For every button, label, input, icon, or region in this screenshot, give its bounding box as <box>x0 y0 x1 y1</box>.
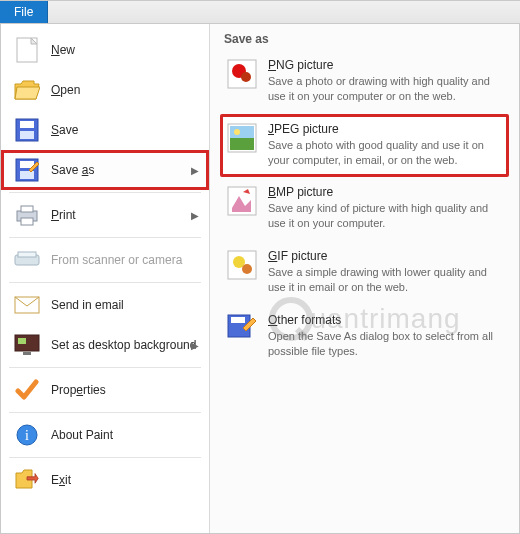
svg-rect-31 <box>231 317 245 323</box>
email-icon <box>13 291 41 319</box>
file-tab[interactable]: File <box>0 1 48 23</box>
menu-item-save[interactable]: Save <box>1 110 209 150</box>
svg-rect-9 <box>21 206 33 212</box>
checkmark-icon <box>13 376 41 404</box>
saveas-heading: Save as <box>220 32 509 46</box>
saveas-icon <box>13 156 41 184</box>
saveas-option-jpeg[interactable]: JPEG picture Save a photo with good qual… <box>220 114 509 178</box>
svg-rect-3 <box>20 121 34 128</box>
other-title: Other formats <box>268 313 503 327</box>
svg-point-25 <box>234 129 240 135</box>
menu-label-scanner: From scanner or camera <box>51 253 182 267</box>
desktop-bg-icon <box>13 331 41 359</box>
gif-picture-icon <box>226 249 258 281</box>
menu-label-about: About Paint <box>51 428 113 442</box>
chevron-right-icon: ▶ <box>191 210 199 221</box>
menu-item-saveas[interactable]: Save as ▶ <box>1 150 209 190</box>
png-title: PNG picture <box>268 58 503 72</box>
chevron-right-icon: ▶ <box>191 165 199 176</box>
bmp-picture-icon <box>226 185 258 217</box>
menu-separator <box>9 192 201 193</box>
svg-rect-16 <box>23 352 31 355</box>
menu-label-properties: Properties <box>51 383 106 397</box>
saveas-option-gif[interactable]: GIF picture Save a simple drawing with l… <box>220 241 509 305</box>
chevron-right-icon: ▶ <box>191 340 199 351</box>
svg-rect-7 <box>20 171 34 179</box>
menu-label-desktopbg: Set as desktop background <box>51 338 196 352</box>
svg-point-21 <box>241 72 251 82</box>
saveas-option-bmp[interactable]: BMP picture Save any kind of picture wit… <box>220 177 509 241</box>
menu-separator <box>9 457 201 458</box>
menu-separator <box>9 412 201 413</box>
menu-item-exit[interactable]: Exit <box>1 460 209 500</box>
file-tab-label: File <box>14 5 33 19</box>
ribbon-tab-bar: File <box>0 0 520 24</box>
menu-separator <box>9 282 201 283</box>
saveas-options-panel: Save as PNG picture Save a photo or draw… <box>210 24 519 533</box>
gif-desc: Save a simple drawing with lower quality… <box>268 265 503 295</box>
menu-item-print[interactable]: Print ▶ <box>1 195 209 235</box>
menu-separator <box>9 367 201 368</box>
info-icon: i <box>13 421 41 449</box>
menu-label-saveas: Save as <box>51 163 94 177</box>
svg-rect-12 <box>18 252 36 257</box>
save-icon <box>13 116 41 144</box>
printer-icon <box>13 201 41 229</box>
scanner-icon <box>13 246 41 274</box>
new-icon <box>13 36 41 64</box>
menu-item-scanner: From scanner or camera <box>1 240 209 280</box>
svg-rect-10 <box>21 218 33 225</box>
bmp-desc: Save any kind of picture with high quali… <box>268 201 503 231</box>
other-desc: Open the Save As dialog box to select fr… <box>268 329 503 359</box>
gif-title: GIF picture <box>268 249 503 263</box>
menu-label-save: Save <box>51 123 78 137</box>
png-picture-icon <box>226 58 258 90</box>
menu-label-exit: Exit <box>51 473 71 487</box>
exit-icon <box>13 466 41 494</box>
open-folder-icon <box>13 76 41 104</box>
svg-rect-15 <box>18 338 26 344</box>
menu-item-about[interactable]: i About Paint <box>1 415 209 455</box>
png-desc: Save a photo or drawing with high qualit… <box>268 74 503 104</box>
file-menu-panel: New Open Save Save as ▶ Prin <box>0 24 520 534</box>
other-formats-icon <box>226 313 258 345</box>
jpeg-picture-icon <box>226 122 258 154</box>
jpeg-title: JPEG picture <box>268 122 503 136</box>
menu-label-sendemail: Send in email <box>51 298 124 312</box>
svg-rect-24 <box>230 126 254 138</box>
bmp-title: BMP picture <box>268 185 503 199</box>
svg-point-29 <box>242 264 252 274</box>
menu-item-sendemail[interactable]: Send in email <box>1 285 209 325</box>
saveas-option-other[interactable]: Other formats Open the Save As dialog bo… <box>220 305 509 369</box>
menu-item-new[interactable]: New <box>1 30 209 70</box>
svg-text:i: i <box>25 428 29 443</box>
menu-item-open[interactable]: Open <box>1 70 209 110</box>
menu-label-print: Print <box>51 208 76 222</box>
saveas-option-png[interactable]: PNG picture Save a photo or drawing with… <box>220 50 509 114</box>
menu-item-desktopbg[interactable]: Set as desktop background ▶ <box>1 325 209 365</box>
menu-item-properties[interactable]: Properties <box>1 370 209 410</box>
menu-label-new: New <box>51 43 75 57</box>
menu-label-open: Open <box>51 83 80 97</box>
svg-rect-23 <box>230 137 254 150</box>
file-menu-left: New Open Save Save as ▶ Prin <box>1 24 210 533</box>
menu-separator <box>9 237 201 238</box>
svg-rect-4 <box>20 131 34 139</box>
jpeg-desc: Save a photo with good quality and use i… <box>268 138 503 168</box>
